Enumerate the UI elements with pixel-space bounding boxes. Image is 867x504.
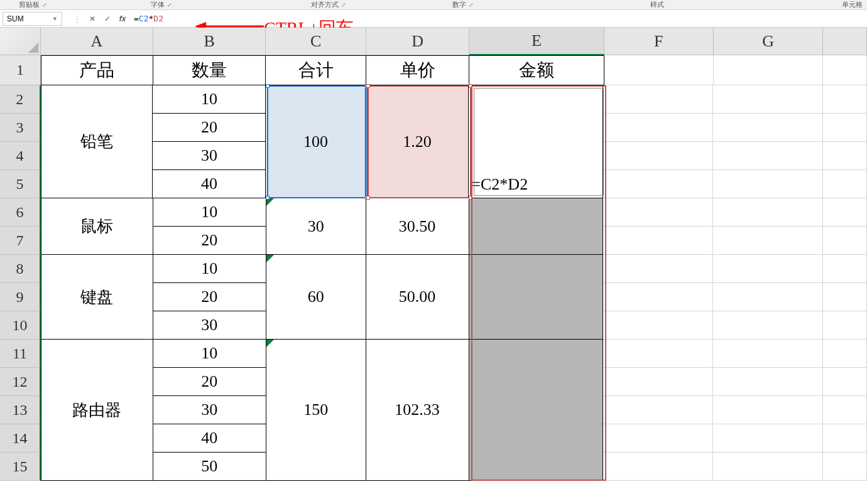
row-header-7[interactable]: 7: [0, 227, 41, 255]
col-header-D[interactable]: D: [366, 28, 469, 55]
group-alignment: 对齐方式⤢: [311, 0, 346, 9]
row-header-8[interactable]: 8: [0, 255, 41, 283]
cell-D11[interactable]: 102.33: [366, 340, 469, 481]
cell-B14[interactable]: 40: [153, 424, 266, 453]
cell-E11[interactable]: [469, 340, 604, 481]
row-header-11[interactable]: 11: [0, 340, 41, 368]
cell-F4[interactable]: [603, 142, 713, 170]
enter-button[interactable]: ✓: [100, 12, 115, 26]
cell-B2[interactable]: 10: [153, 85, 266, 114]
row-header-1[interactable]: 1: [0, 55, 41, 85]
cell-C11[interactable]: 150: [266, 340, 366, 481]
cell-F1[interactable]: [604, 55, 714, 85]
cell-G1[interactable]: [714, 55, 823, 85]
cell-G5[interactable]: [713, 170, 823, 198]
error-indicator-icon: [266, 198, 274, 206]
group-clipboard: 剪贴板⤢: [19, 0, 47, 9]
chevron-down-icon[interactable]: ▼: [52, 16, 58, 22]
cell-B5[interactable]: 40: [153, 170, 266, 198]
fx-icon[interactable]: fx: [115, 14, 130, 23]
cell-A6[interactable]: 鼠标: [41, 198, 153, 255]
row-header-12[interactable]: 12: [0, 368, 41, 396]
name-box-value: SUM: [7, 14, 24, 23]
cell-E2[interactable]: =C2*D2: [469, 85, 603, 198]
cell-C8[interactable]: 60: [266, 255, 366, 340]
formula-op: *: [148, 14, 153, 23]
row-header-4[interactable]: 4: [0, 142, 41, 170]
cell-G4[interactable]: [713, 142, 823, 170]
cell-F5[interactable]: [603, 170, 713, 198]
cell-H1[interactable]: [823, 55, 867, 85]
formula-eq: =: [134, 14, 139, 23]
ribbon-group-labels: 剪贴板⤢ 字体⤢ 对齐方式⤢ 数字⤢ 样式 单元格: [0, 0, 867, 10]
cell-F2[interactable]: [603, 85, 713, 114]
cell-B7[interactable]: 20: [153, 227, 266, 255]
formula-ref-c2: C2: [139, 14, 149, 23]
col-header-G[interactable]: G: [714, 28, 823, 55]
col-header-B[interactable]: B: [153, 28, 266, 55]
col-header-H[interactable]: [823, 28, 867, 55]
row-header-6[interactable]: 6: [0, 198, 41, 227]
cell-E1[interactable]: 金额: [469, 55, 604, 85]
cell-B9[interactable]: 20: [153, 283, 266, 311]
cell-B15[interactable]: 50: [153, 453, 266, 481]
name-box[interactable]: SUM ▼: [3, 12, 62, 26]
cell-A8[interactable]: 键盘: [41, 255, 153, 340]
cell-C6[interactable]: 30: [266, 198, 366, 255]
col-header-E[interactable]: E: [469, 28, 604, 55]
cell-B4[interactable]: 30: [153, 142, 266, 170]
cell-B13[interactable]: 30: [153, 396, 266, 424]
cell-C2[interactable]: 100: [266, 85, 366, 198]
row-header-9[interactable]: 9: [0, 283, 41, 311]
cell-A2[interactable]: 铅笔: [41, 85, 153, 198]
error-indicator-icon: [266, 255, 274, 262]
row-header-10[interactable]: 10: [0, 311, 41, 340]
row-header-14[interactable]: 14: [0, 424, 41, 453]
formula-input[interactable]: =C2*D2: [130, 12, 867, 26]
error-indicator-icon: [266, 340, 274, 347]
formula-bar: SUM ▼ ⋮ ✕ ✓ fx =C2*D2: [0, 10, 867, 28]
cell-B8[interactable]: 10: [153, 255, 266, 283]
group-styles: 样式: [650, 0, 664, 9]
cell-D1[interactable]: 单价: [366, 55, 469, 85]
row-header-15[interactable]: 15: [0, 453, 41, 481]
cell-D8[interactable]: 50.00: [366, 255, 469, 340]
cell-B11[interactable]: 10: [153, 340, 266, 368]
cell-G3[interactable]: [713, 114, 823, 142]
cell-B1[interactable]: 数量: [153, 55, 266, 85]
select-all-corner[interactable]: [0, 28, 41, 55]
row-header-13[interactable]: 13: [0, 396, 41, 424]
cell-A11[interactable]: 路由器: [41, 340, 153, 481]
cell-B3[interactable]: 20: [153, 114, 266, 142]
group-number: 数字⤢: [452, 0, 474, 9]
group-font: 字体⤢: [151, 0, 172, 9]
cell-E6[interactable]: [469, 198, 604, 255]
spreadsheet-grid[interactable]: A B C D E F G 1 产品 数量 合计 单价 金额 2 铅笔 10 2…: [0, 28, 867, 481]
cell-G2[interactable]: [713, 85, 823, 114]
cell-F3[interactable]: [603, 114, 713, 142]
group-cells: 单元格: [842, 0, 863, 9]
cell-E8[interactable]: [469, 255, 604, 340]
cell-B10[interactable]: 30: [153, 311, 266, 340]
cell-C1[interactable]: 合计: [266, 55, 366, 85]
col-header-A[interactable]: A: [41, 28, 153, 55]
cell-B6[interactable]: 10: [153, 198, 266, 227]
cancel-button[interactable]: ✕: [85, 12, 100, 26]
insert-function-split[interactable]: ⋮: [70, 12, 85, 26]
col-header-F[interactable]: F: [604, 28, 714, 55]
row-header-5[interactable]: 5: [0, 170, 41, 198]
formula-ref-d2: D2: [153, 14, 163, 23]
column-headers: A B C D E F G: [0, 28, 867, 55]
cell-A1[interactable]: 产品: [41, 55, 153, 85]
cell-B12[interactable]: 20: [153, 368, 266, 396]
row-header-2[interactable]: 2: [0, 85, 41, 114]
col-header-C[interactable]: C: [266, 28, 366, 55]
cell-D2[interactable]: 1.20: [366, 85, 469, 198]
cell-D6[interactable]: 30.50: [366, 198, 469, 255]
row-header-3[interactable]: 3: [0, 114, 41, 142]
